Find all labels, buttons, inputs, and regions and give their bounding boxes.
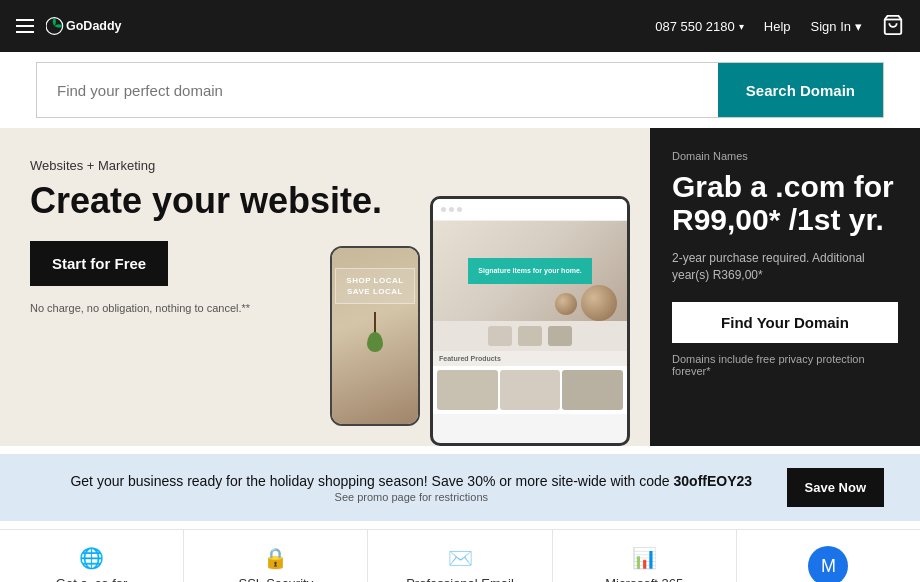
promo-text: Get your business ready for the holiday … [36, 473, 787, 503]
save-now-button[interactable]: Save Now [787, 468, 884, 507]
tab-co-domain[interactable]: 🌐 Get a .co for [0, 530, 184, 582]
search-domain-button[interactable]: Search Domain [718, 63, 883, 117]
hero-subtitle: Websites + Marketing [30, 158, 620, 173]
tablet-mockup: Signature items for your home. [430, 196, 630, 446]
domain-search-bar: Search Domain [36, 62, 884, 118]
hero-right-panel: Domain Names Grab a .com for R99,00* /1s… [650, 128, 920, 446]
start-free-button[interactable]: Start for Free [30, 241, 168, 286]
phone-chevron-icon: ▾ [739, 21, 744, 32]
phone-mockup: SHOP LOCAL SAVE LOCAL [330, 246, 420, 426]
microsoft-label: Microsoft 365 [605, 576, 683, 582]
find-domain-button[interactable]: Find Your Domain [672, 302, 898, 343]
tab-microsoft-365[interactable]: 📊 Microsoft 365 [553, 530, 737, 582]
tablet-feature-text: Signature items for your home. [468, 258, 591, 284]
promo-title: Grab a .com for R99,00* /1st yr. [672, 170, 898, 236]
domain-label: Domain Names [672, 150, 898, 162]
hero-devices: SHOP LOCAL SAVE LOCAL [330, 196, 630, 446]
promo-main-text: Get your business ready for the holiday … [36, 473, 787, 489]
bottom-tabs: 🌐 Get a .co for 🔒 SSL Security ✉️ Profes… [0, 529, 920, 582]
microsoft-icon: 📊 [632, 546, 657, 570]
tab-professional-email[interactable]: ✉️ Professional Email [368, 530, 552, 582]
help-link[interactable]: Help [764, 19, 791, 34]
co-domain-icon: 🌐 [79, 546, 104, 570]
signin-chevron-icon: ▾ [855, 19, 862, 34]
godaddy-logo[interactable]: GoDaddy [46, 12, 146, 40]
promo-sub-text: See promo page for restrictions [36, 491, 787, 503]
email-label: Professional Email [406, 576, 514, 582]
tab-more[interactable]: M [737, 530, 920, 582]
more-circle: M [808, 546, 848, 582]
featured-label: Featured Products [433, 351, 627, 366]
cart-icon[interactable] [882, 14, 904, 39]
hero-left-panel: Websites + Marketing Create your website… [0, 128, 650, 446]
phone-number[interactable]: 087 550 2180 ▾ [655, 19, 744, 34]
privacy-note: Domains include free privacy protection … [672, 353, 898, 377]
ssl-icon: 🔒 [263, 546, 288, 570]
promo-desc: 2-year purchase required. Additional yea… [672, 250, 898, 284]
promo-banner: Get your business ready for the holiday … [0, 454, 920, 521]
nav-right: 087 550 2180 ▾ Help Sign In ▾ [655, 14, 904, 39]
svg-text:GoDaddy: GoDaddy [66, 19, 122, 33]
tab-ssl-security[interactable]: 🔒 SSL Security [184, 530, 368, 582]
navbar: GoDaddy 087 550 2180 ▾ Help Sign In ▾ [0, 0, 920, 52]
signin-button[interactable]: Sign In ▾ [811, 19, 862, 34]
email-icon: ✉️ [448, 546, 473, 570]
hero-section: Websites + Marketing Create your website… [0, 128, 920, 446]
phone-screen-text: SHOP LOCAL SAVE LOCAL [335, 268, 414, 304]
domain-search-input[interactable] [37, 63, 718, 117]
ssl-label: SSL Security [238, 576, 313, 582]
co-domain-label: Get a .co for [56, 576, 128, 582]
hamburger-menu[interactable] [16, 19, 34, 33]
